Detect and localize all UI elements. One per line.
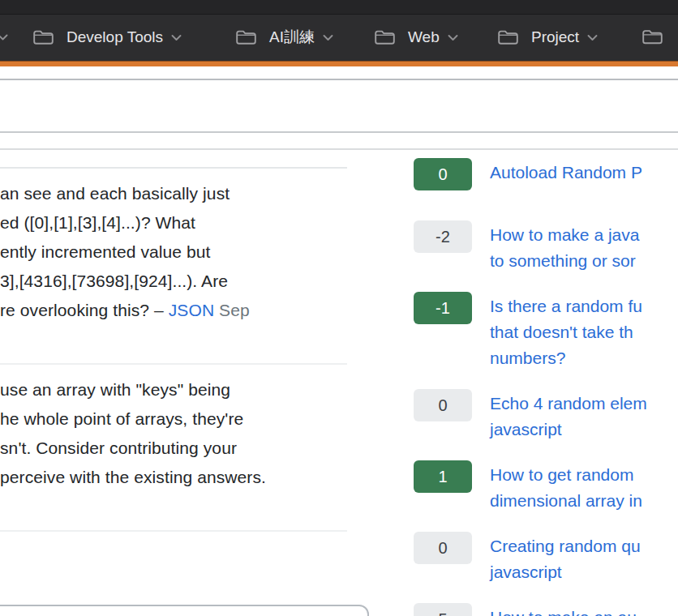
content-top-divider [0, 148, 678, 150]
chevron-down-icon [0, 34, 8, 41]
related-question-title-line: How to get random [490, 462, 642, 488]
comment-timestamp: Sep [214, 301, 250, 319]
vote-count-badge: -1 [414, 292, 472, 324]
related-question-item: 0Creating random qujavascript [414, 532, 678, 585]
bookmarks-bar: Develop ToolsAI訓練WebProject [0, 15, 678, 60]
comment: use an array with "keys" beinghe whole p… [0, 375, 381, 492]
related-question-item: 0Autoload Random P [414, 158, 678, 190]
related-question-item: -2How to make a javato something or sor [414, 220, 678, 274]
add-comment-box[interactable] [0, 605, 369, 616]
related-question-title-line: javascript [490, 417, 647, 443]
comment-text-line: re overlooking this? – JSON Sep [0, 296, 381, 325]
related-question-title-line: Creating random qu [490, 533, 641, 559]
vote-count-badge: -2 [414, 220, 472, 253]
related-question-title-line: Autoload Random P [490, 160, 642, 186]
folder-icon [374, 29, 396, 46]
related-question-title-line: dimensional array in [490, 488, 642, 514]
folder-icon[interactable] [642, 29, 663, 46]
folder-icon [642, 29, 663, 46]
comment-divider [0, 530, 347, 532]
comment: an see and each basically justed ([0],[1… [0, 179, 381, 325]
related-question-title-line: that doesn't take th [490, 319, 642, 345]
comment-author-link[interactable]: JSON [169, 301, 214, 319]
folder-icon [497, 29, 519, 46]
chevron-down-icon [323, 34, 333, 41]
stackoverflow-accent-bar [0, 61, 678, 66]
related-question-link[interactable]: Echo 4 random elemjavascript [490, 391, 647, 443]
bookmark-folder-1[interactable]: Develop Tools [32, 28, 182, 46]
folder-icon [235, 29, 257, 46]
comment-list-top-border [0, 167, 347, 169]
bookmark-folder-label: AI訓練 [269, 27, 315, 48]
bookmark-folder-3[interactable]: Web [374, 28, 458, 46]
vote-count-badge: 0 [414, 158, 472, 190]
bookmark-folder-label: Develop Tools [67, 28, 163, 46]
related-question-link[interactable]: How to get randomdimensional array in [490, 462, 642, 514]
chevron-down-icon [587, 34, 598, 41]
related-questions-list: 0Autoload Random P-2How to make a javato… [414, 158, 678, 616]
related-question-item: 0Echo 4 random elemjavascript [414, 389, 678, 443]
related-question-title-line: Is there a random fu [490, 293, 642, 319]
chevron-down-icon [171, 34, 182, 41]
related-question-link[interactable]: Is there a random futhat doesn't take th… [490, 293, 642, 371]
browser-chrome: Develop ToolsAI訓練WebProject [0, 0, 678, 61]
vote-count-badge: 0 [414, 389, 472, 421]
related-question-title-line: Echo 4 random elem [490, 391, 647, 417]
related-question-title-line: How to make an au [490, 605, 637, 616]
related-question-link[interactable]: Creating random qujavascript [490, 533, 641, 585]
chevron-down-icon[interactable] [0, 34, 8, 41]
vote-count-badge: 1 [414, 460, 472, 493]
related-question-title-line: How to make a java [490, 222, 639, 248]
related-question-item: 1How to get randomdimensional array in [414, 460, 678, 514]
comment-text-line: an see and each basically just [0, 179, 381, 208]
bookmark-folder-label: Project [531, 28, 579, 46]
bookmark-folder-4[interactable]: Project [497, 28, 598, 46]
comment-text: re overlooking this? – [0, 301, 169, 319]
folder-icon [32, 29, 54, 46]
comment-text-line: ed ([0],[1],[3],[4]...)? What [0, 208, 381, 237]
related-question-link[interactable]: How to make an au [490, 605, 637, 616]
header-divider [0, 79, 678, 80]
bookmark-folder-label: Web [408, 28, 440, 46]
comment-text-line: 3],[4316],[73698],[924]...). Are [0, 267, 381, 296]
comment-divider [0, 363, 347, 365]
comment-text-line: use an array with "keys" being [0, 375, 381, 404]
section-divider [0, 131, 678, 133]
comment-text-line: sn't. Consider contributing your [0, 434, 381, 463]
vote-count-badge: 5 [414, 603, 472, 616]
browser-window: Develop ToolsAI訓練WebProject an see and e… [0, 0, 678, 616]
comment-text-line: he whole point of arrays, they're [0, 404, 381, 434]
related-question-item: 5How to make an au [414, 603, 678, 616]
related-question-link[interactable]: Autoload Random P [490, 160, 642, 186]
related-question-link[interactable]: How to make a javato something or sor [490, 222, 639, 274]
related-question-title-line: javascript [490, 559, 641, 585]
chevron-down-icon [448, 34, 458, 41]
related-question-title-line: to something or sor [490, 248, 639, 274]
related-question-title-line: numbers? [490, 345, 642, 371]
tab-strip [0, 0, 678, 15]
bookmark-folder-2[interactable]: AI訓練 [235, 27, 333, 48]
comment-text-line: perceive with the existing answers. [0, 463, 381, 492]
comment-text-line: ently incremented value but [0, 237, 381, 267]
vote-count-badge: 0 [414, 532, 472, 564]
related-question-item: -1Is there a random futhat doesn't take … [414, 292, 678, 371]
